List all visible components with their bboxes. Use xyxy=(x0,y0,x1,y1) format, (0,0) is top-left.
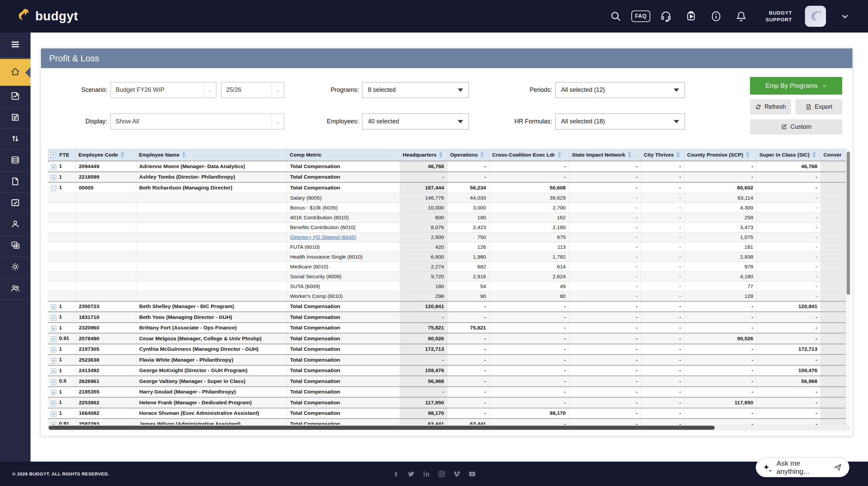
sidebar-item-user[interactable] xyxy=(0,214,31,236)
fte-cell: +0.5 xyxy=(48,376,76,387)
notifications-bell-icon[interactable] xyxy=(735,10,747,22)
dropdown-triangle-icon xyxy=(458,88,463,92)
refresh-button[interactable]: Refresh xyxy=(750,99,791,115)
expand-row-toggle[interactable]: + xyxy=(51,390,56,395)
expand-row-toggle[interactable]: + xyxy=(51,368,56,374)
twitter-icon[interactable] xyxy=(407,470,415,478)
value-cell: 77 xyxy=(684,281,756,291)
table-body: +12094449Adrienne Moore (Manager- Data A… xyxy=(48,161,846,425)
value-cell: 1,075 xyxy=(684,232,756,242)
display-select[interactable]: Show All ⌄ xyxy=(111,114,284,129)
comp-metric-cell: Bonus - $10k (6035) xyxy=(287,203,400,212)
vertical-scrollbar[interactable] xyxy=(846,149,851,425)
value-cell: - xyxy=(756,333,821,344)
vimeo-icon[interactable] xyxy=(453,470,461,478)
expand-row-toggle[interactable]: + xyxy=(51,304,56,310)
employee-name-cell: George Valtony (Manager - Super in Class… xyxy=(136,376,287,387)
fte-cell xyxy=(48,212,76,222)
instagram-icon[interactable] xyxy=(438,470,446,478)
sidebar-item-documents[interactable] xyxy=(0,107,31,129)
sidebar-item-settings[interactable] xyxy=(0,257,31,278)
brand-logo[interactable]: budgyt xyxy=(16,8,78,25)
col-operations[interactable]: Operations xyxy=(447,149,489,161)
facebook-icon[interactable] xyxy=(392,470,400,478)
value-cell: - xyxy=(569,397,641,408)
col-employee-code[interactable]: Employee Code xyxy=(76,149,136,161)
expand-row-toggle[interactable]: + xyxy=(51,358,56,363)
value-cell: - xyxy=(569,291,641,301)
comp-metric-cell: Total Compensation xyxy=(287,344,400,355)
faq-icon[interactable]: FAQ xyxy=(635,10,647,22)
sidebar-item-file[interactable] xyxy=(0,171,31,193)
video-tutorials-icon[interactable] xyxy=(685,10,697,22)
edit-pencil-icon xyxy=(781,124,787,130)
send-plane-icon[interactable] xyxy=(833,463,842,472)
expand-row-toggle[interactable]: + xyxy=(51,326,56,331)
col-super-in-class[interactable]: Super in Class (SIC) xyxy=(756,149,821,161)
comp-metric-cell: Total Compensation xyxy=(287,312,400,323)
value-cell: - xyxy=(641,301,684,312)
expand-row-toggle[interactable]: + xyxy=(51,315,56,321)
vertical-scrollbar-thumb[interactable] xyxy=(847,151,850,295)
collapse-row-toggle[interactable]: - xyxy=(51,186,56,191)
value-cell: 159,476 xyxy=(400,365,447,376)
avatar[interactable] xyxy=(805,6,826,27)
expand-row-toggle[interactable]: + xyxy=(51,379,56,385)
programs-dropdown[interactable]: 8 selected xyxy=(362,82,469,98)
sidebar-item-reports[interactable] xyxy=(0,86,31,107)
custom-button[interactable]: Custom xyxy=(750,119,842,135)
sidebar-item-tasks[interactable] xyxy=(0,193,31,214)
value-cell: 39,629 xyxy=(489,193,569,203)
employees-dropdown[interactable]: 40 selected xyxy=(362,114,469,129)
youtube-icon[interactable] xyxy=(468,470,476,478)
sidebar-item-media[interactable] xyxy=(0,236,31,257)
expand-row-toggle[interactable]: + xyxy=(51,401,56,406)
employee-name-cell xyxy=(136,242,287,252)
support-headset-icon[interactable] xyxy=(660,10,672,22)
sidebar-item-transfer[interactable] xyxy=(0,129,31,150)
fte-cell: +1 xyxy=(48,172,76,183)
expand-row-toggle[interactable]: + xyxy=(51,347,56,352)
col-employee-name[interactable]: Employee Name xyxy=(136,149,287,161)
employee-name-cell xyxy=(136,271,287,281)
sidebar-item-home[interactable] xyxy=(0,59,31,86)
col-headquarters[interactable]: Headquarters xyxy=(400,149,447,161)
comp-metric-cell: Worker's Comp (6010) xyxy=(287,291,400,301)
info-icon[interactable] xyxy=(710,10,722,22)
employee-row: +11664082Horace Shuman (Exec Administrat… xyxy=(48,408,846,419)
col-county-promise[interactable]: County Promise (SCP) xyxy=(684,149,756,161)
hr-formulas-dropdown[interactable]: All selected (18) xyxy=(555,114,685,129)
scenario-select[interactable]: Budget FY26 WIP ⌄ xyxy=(111,82,216,98)
emp-by-programs-button[interactable]: Emp By Programs xyxy=(750,77,842,95)
col-state-impact[interactable]: State Impact Network xyxy=(569,149,641,161)
col-conversion-partial[interactable]: Conver xyxy=(821,149,846,161)
sidebar-item-data[interactable] xyxy=(0,150,31,171)
account-chevron-down-icon[interactable] xyxy=(839,10,851,22)
expand-row-toggle[interactable]: + xyxy=(51,411,56,417)
value-cell: 614 xyxy=(489,262,569,271)
value-cell: 98,170 xyxy=(489,408,569,419)
export-button[interactable]: Export xyxy=(795,99,842,115)
ask-me-anything-widget[interactable]: ✦ Ask me anything... xyxy=(756,458,849,477)
value-cell: - xyxy=(684,301,756,312)
sidebar-menu-toggle[interactable] xyxy=(0,33,31,59)
linkedin-icon[interactable] xyxy=(422,470,430,478)
col-cross-coalition[interactable]: Cross-Coalition Exec Ldr xyxy=(489,149,569,161)
col-comp-metric: Comp Metric xyxy=(287,149,400,161)
horizontal-scrollbar[interactable] xyxy=(48,425,851,431)
search-icon[interactable] xyxy=(610,10,622,22)
comp-metric-link[interactable]: Director+ PD Stipend (6045) xyxy=(290,234,356,240)
expand-row-toggle[interactable]: + xyxy=(51,175,56,180)
sidebar-item-users[interactable] xyxy=(0,278,31,300)
expand-row-toggle[interactable]: + xyxy=(51,164,56,170)
scenario-year-select[interactable]: 25/26 ⌄ xyxy=(221,82,284,98)
expand-row-toggle[interactable]: + xyxy=(51,337,56,342)
periods-dropdown[interactable]: All selected (12) xyxy=(555,82,685,98)
value-cell: - xyxy=(756,222,821,232)
col-city-thrives[interactable]: City Thrives xyxy=(641,149,684,161)
expand-all-toggle[interactable]: + xyxy=(51,152,56,158)
expand-row-toggle[interactable]: + xyxy=(51,422,56,425)
horizontal-scrollbar-thumb[interactable] xyxy=(48,426,715,430)
employee-code-cell: 2350723 xyxy=(76,301,136,312)
value-cell: - xyxy=(447,161,489,172)
